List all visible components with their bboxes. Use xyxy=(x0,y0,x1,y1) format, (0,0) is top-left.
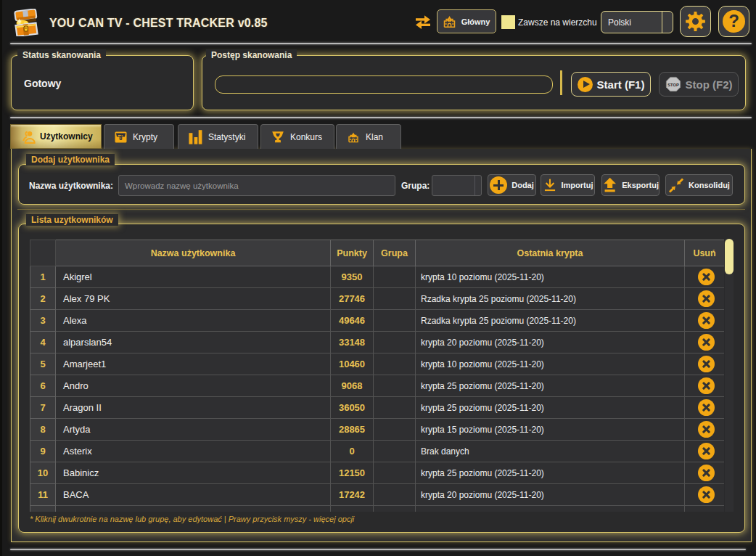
svg-text:STOP: STOP xyxy=(667,83,679,87)
